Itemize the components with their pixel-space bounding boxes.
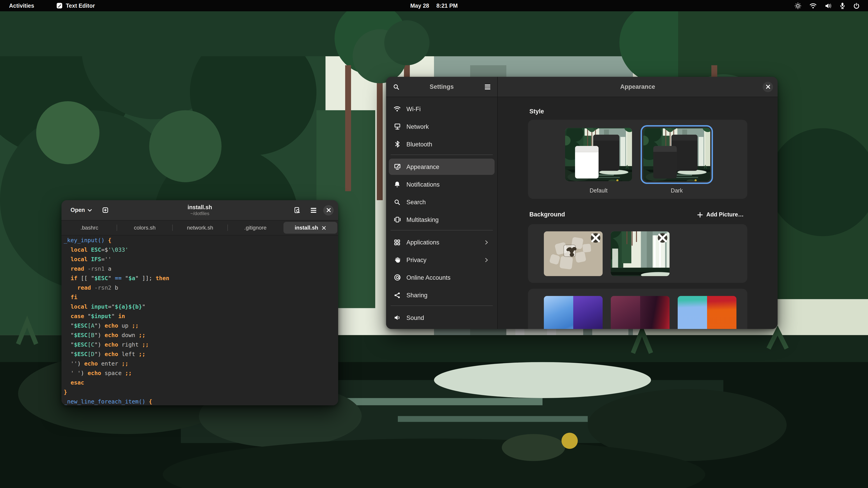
plus-icon	[698, 212, 703, 218]
tab-bashrc[interactable]: .bashrc	[62, 222, 116, 234]
volume-icon	[825, 2, 832, 9]
sidebar-item-appearance[interactable]: Appearance	[389, 159, 495, 175]
style-preview-front-window	[575, 146, 598, 178]
remove-background-button[interactable]	[591, 233, 600, 242]
user-backgrounds-card	[528, 224, 747, 283]
add-picture-label: Add Picture…	[706, 212, 744, 218]
sidebar-item-multitasking[interactable]: Multitasking	[389, 212, 495, 228]
online-accounts-icon	[393, 274, 401, 281]
open-button[interactable]: Open	[66, 204, 96, 217]
hamburger-menu-icon	[310, 207, 317, 213]
style-option-default[interactable]	[562, 125, 635, 184]
sidebar-item-sharing[interactable]: Sharing	[389, 287, 495, 303]
background-thumb-abstract-beige-dragon[interactable]	[544, 231, 602, 276]
background-thumb-blue-purple-geometric[interactable]	[544, 296, 602, 329]
sidebar-item-power[interactable]: Power	[389, 327, 495, 329]
sidebar-item-online-accounts[interactable]: Online Accounts	[389, 269, 495, 286]
code-line: "$ESC[C") echo right ;;	[64, 340, 338, 349]
sidebar-item-label: Notifications	[406, 181, 440, 188]
sidebar-item-search[interactable]: Search	[389, 194, 495, 210]
code-line: if [[ "$ESC" == "$a" ]]; then	[64, 273, 338, 283]
sidebar-item-bluetooth[interactable]: Bluetooth	[389, 136, 495, 152]
style-option-label-default: Default	[562, 188, 635, 194]
sharing-icon	[393, 292, 401, 298]
sidebar-title: Settings	[430, 84, 454, 90]
clock-button[interactable]: May 28 8:21 PM	[406, 0, 462, 11]
code-line: "$ESC[B") echo down ;;	[64, 330, 338, 340]
document-path: ~/dotfiles	[188, 210, 212, 216]
search-icon	[393, 199, 401, 205]
activities-label: Activities	[9, 2, 34, 9]
background-thumb-dark-red-gradient[interactable]	[611, 296, 670, 329]
settings-window: Settings Wi-FiNetworkBluetoothAppearance…	[386, 77, 778, 329]
code-line: _key_input() {	[64, 235, 338, 245]
settings-sidebar: Settings Wi-FiNetworkBluetoothAppearance…	[386, 77, 498, 329]
sidebar-divider	[391, 230, 493, 230]
tab-close-icon[interactable]	[322, 226, 326, 230]
code-line: fi	[64, 292, 338, 302]
code-line: ' ') echo space ;;	[64, 368, 338, 378]
power-icon	[853, 2, 860, 9]
style-option-dark[interactable]	[641, 125, 713, 184]
code-line: read -rsn2 b	[64, 283, 338, 292]
sidebar-divider	[391, 155, 493, 155]
remove-background-button[interactable]	[658, 233, 667, 242]
settings-panel: Appearance Style	[498, 77, 778, 329]
sidebar-item-privacy[interactable]: Privacy	[389, 252, 495, 268]
code-line: read -rsn1 a	[64, 264, 338, 273]
tab-network-sh[interactable]: network.sh	[173, 222, 227, 234]
sidebar-item-notifications[interactable]: Notifications	[389, 176, 495, 193]
system-status-area[interactable]	[794, 0, 868, 11]
chevron-right-icon	[483, 257, 490, 263]
chevron-down-icon	[88, 208, 92, 212]
close-icon	[326, 208, 331, 213]
style-card: Default Dark	[528, 120, 747, 199]
document-name: install.sh	[188, 204, 212, 211]
window-close-button[interactable]	[323, 205, 334, 215]
background-thumb-teal-orange-drips[interactable]	[678, 296, 737, 329]
hamburger-menu-icon	[484, 84, 491, 90]
tab-gitignore[interactable]: .gitignore	[228, 222, 282, 234]
sidebar-item-label: Network	[406, 123, 429, 130]
sidebar-item-wi-fi[interactable]: Wi-Fi	[389, 101, 495, 117]
sidebar-item-sound[interactable]: Sound	[389, 310, 495, 326]
settings-menu-button[interactable]	[481, 80, 494, 93]
brightness-icon	[794, 2, 802, 9]
code-line: "$ESC[A") echo up ;;	[64, 321, 338, 330]
sidebar-item-applications[interactable]: Applications	[389, 234, 495, 250]
window-close-button[interactable]	[763, 82, 773, 92]
sidebar-item-label: Wi-Fi	[406, 105, 421, 112]
new-tab-button[interactable]	[99, 204, 112, 217]
sidebar-item-network[interactable]: Network	[389, 119, 495, 135]
sidebar-item-label: Appearance	[406, 163, 439, 170]
tab-install-sh[interactable]: install.sh	[283, 222, 337, 234]
code-line: _new_line_foreach_item() {	[64, 397, 338, 405]
code-editor-area[interactable]: _key_input() { local ESC=$'\033' local I…	[61, 235, 338, 405]
sidebar-item-label: Applications	[406, 239, 439, 246]
app-menu-label: Text Editor	[66, 2, 95, 9]
code-line: local ESC=$'\033'	[64, 245, 338, 254]
appearance-icon	[393, 163, 401, 170]
settings-nav-list: Wi-FiNetworkBluetoothAppearanceNotificat…	[386, 97, 497, 329]
code-line: local IFS=''	[64, 254, 338, 264]
tab-separator	[172, 225, 173, 231]
text-editor-window: Open install.sh ~/dotfiles	[61, 200, 338, 405]
document-preview-button[interactable]	[291, 204, 303, 217]
main-menu-button[interactable]	[307, 204, 320, 217]
tab-label: network.sh	[187, 225, 213, 231]
add-picture-button[interactable]: Add Picture…	[694, 210, 747, 220]
bluetooth-icon	[393, 140, 401, 148]
preset-backgrounds-card	[528, 289, 747, 329]
clock-date: May 28	[410, 2, 429, 9]
microphone-icon	[839, 2, 845, 9]
network-icon	[393, 123, 401, 130]
background-thumb-pixel-forest-waterfall[interactable]	[611, 231, 670, 276]
style-section-label: Style	[529, 108, 747, 115]
settings-search-button[interactable]	[390, 80, 402, 93]
code-line: '') echo enter ;;	[64, 359, 338, 368]
tab-colors-sh[interactable]: colors.sh	[118, 222, 172, 234]
app-menu-button[interactable]: Text Editor	[53, 0, 98, 11]
sidebar-divider	[391, 305, 493, 306]
activities-button[interactable]: Activities	[6, 0, 37, 11]
sidebar-item-label: Privacy	[406, 256, 427, 263]
